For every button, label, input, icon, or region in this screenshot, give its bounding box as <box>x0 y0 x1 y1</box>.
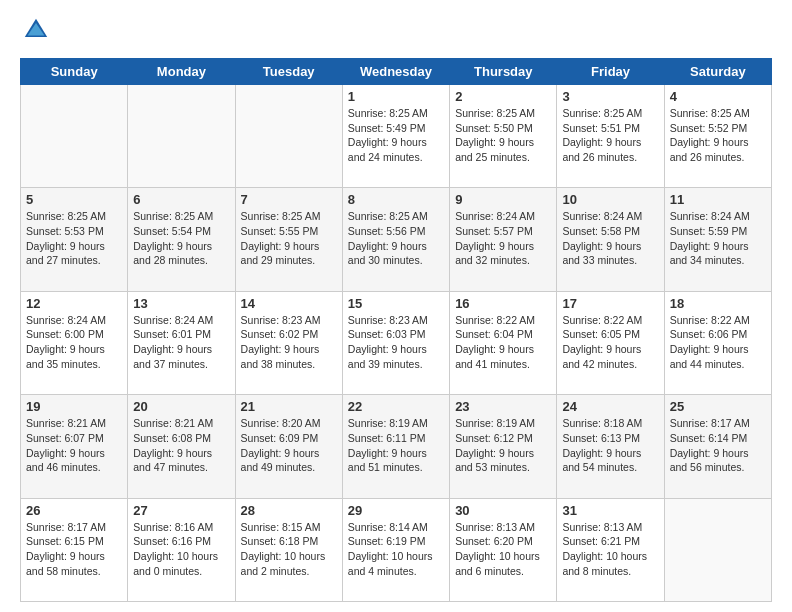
calendar-cell: 12Sunrise: 8:24 AMSunset: 6:00 PMDayligh… <box>21 291 128 394</box>
day-info: Sunrise: 8:24 AMSunset: 5:59 PMDaylight:… <box>670 209 766 268</box>
day-number: 30 <box>455 503 551 518</box>
calendar-cell: 17Sunrise: 8:22 AMSunset: 6:05 PMDayligh… <box>557 291 664 394</box>
day-info: Sunrise: 8:23 AMSunset: 6:02 PMDaylight:… <box>241 313 337 372</box>
calendar-cell <box>128 85 235 188</box>
day-info: Sunrise: 8:20 AMSunset: 6:09 PMDaylight:… <box>241 416 337 475</box>
calendar-cell: 19Sunrise: 8:21 AMSunset: 6:07 PMDayligh… <box>21 395 128 498</box>
day-number: 16 <box>455 296 551 311</box>
day-info: Sunrise: 8:24 AMSunset: 5:58 PMDaylight:… <box>562 209 658 268</box>
day-number: 21 <box>241 399 337 414</box>
calendar-cell: 8Sunrise: 8:25 AMSunset: 5:56 PMDaylight… <box>342 188 449 291</box>
week-row-2: 5Sunrise: 8:25 AMSunset: 5:53 PMDaylight… <box>21 188 772 291</box>
weekday-header-tuesday: Tuesday <box>235 59 342 85</box>
day-info: Sunrise: 8:17 AMSunset: 6:14 PMDaylight:… <box>670 416 766 475</box>
calendar-cell: 30Sunrise: 8:13 AMSunset: 6:20 PMDayligh… <box>450 498 557 601</box>
day-number: 2 <box>455 89 551 104</box>
logo-icon <box>22 16 50 44</box>
day-info: Sunrise: 8:25 AMSunset: 5:55 PMDaylight:… <box>241 209 337 268</box>
day-info: Sunrise: 8:25 AMSunset: 5:49 PMDaylight:… <box>348 106 444 165</box>
day-info: Sunrise: 8:25 AMSunset: 5:56 PMDaylight:… <box>348 209 444 268</box>
day-number: 1 <box>348 89 444 104</box>
day-number: 19 <box>26 399 122 414</box>
calendar-cell: 7Sunrise: 8:25 AMSunset: 5:55 PMDaylight… <box>235 188 342 291</box>
day-number: 29 <box>348 503 444 518</box>
calendar-cell: 16Sunrise: 8:22 AMSunset: 6:04 PMDayligh… <box>450 291 557 394</box>
weekday-header-thursday: Thursday <box>450 59 557 85</box>
day-info: Sunrise: 8:14 AMSunset: 6:19 PMDaylight:… <box>348 520 444 579</box>
calendar-cell: 23Sunrise: 8:19 AMSunset: 6:12 PMDayligh… <box>450 395 557 498</box>
day-number: 7 <box>241 192 337 207</box>
calendar-cell: 11Sunrise: 8:24 AMSunset: 5:59 PMDayligh… <box>664 188 771 291</box>
week-row-3: 12Sunrise: 8:24 AMSunset: 6:00 PMDayligh… <box>21 291 772 394</box>
day-number: 5 <box>26 192 122 207</box>
day-number: 11 <box>670 192 766 207</box>
day-number: 25 <box>670 399 766 414</box>
day-info: Sunrise: 8:25 AMSunset: 5:51 PMDaylight:… <box>562 106 658 165</box>
weekday-header-saturday: Saturday <box>664 59 771 85</box>
calendar-cell: 31Sunrise: 8:13 AMSunset: 6:21 PMDayligh… <box>557 498 664 601</box>
day-number: 26 <box>26 503 122 518</box>
day-info: Sunrise: 8:19 AMSunset: 6:11 PMDaylight:… <box>348 416 444 475</box>
calendar-cell: 28Sunrise: 8:15 AMSunset: 6:18 PMDayligh… <box>235 498 342 601</box>
calendar-cell: 29Sunrise: 8:14 AMSunset: 6:19 PMDayligh… <box>342 498 449 601</box>
calendar-cell: 24Sunrise: 8:18 AMSunset: 6:13 PMDayligh… <box>557 395 664 498</box>
calendar-cell: 14Sunrise: 8:23 AMSunset: 6:02 PMDayligh… <box>235 291 342 394</box>
day-info: Sunrise: 8:24 AMSunset: 6:00 PMDaylight:… <box>26 313 122 372</box>
day-number: 27 <box>133 503 229 518</box>
calendar-cell: 2Sunrise: 8:25 AMSunset: 5:50 PMDaylight… <box>450 85 557 188</box>
day-info: Sunrise: 8:18 AMSunset: 6:13 PMDaylight:… <box>562 416 658 475</box>
logo <box>20 16 54 48</box>
day-number: 24 <box>562 399 658 414</box>
day-number: 10 <box>562 192 658 207</box>
day-info: Sunrise: 8:22 AMSunset: 6:05 PMDaylight:… <box>562 313 658 372</box>
weekday-header-row: SundayMondayTuesdayWednesdayThursdayFrid… <box>21 59 772 85</box>
calendar-cell: 5Sunrise: 8:25 AMSunset: 5:53 PMDaylight… <box>21 188 128 291</box>
day-info: Sunrise: 8:25 AMSunset: 5:54 PMDaylight:… <box>133 209 229 268</box>
week-row-5: 26Sunrise: 8:17 AMSunset: 6:15 PMDayligh… <box>21 498 772 601</box>
day-number: 8 <box>348 192 444 207</box>
day-number: 31 <box>562 503 658 518</box>
day-info: Sunrise: 8:21 AMSunset: 6:08 PMDaylight:… <box>133 416 229 475</box>
day-number: 28 <box>241 503 337 518</box>
day-number: 14 <box>241 296 337 311</box>
calendar-cell: 22Sunrise: 8:19 AMSunset: 6:11 PMDayligh… <box>342 395 449 498</box>
day-info: Sunrise: 8:15 AMSunset: 6:18 PMDaylight:… <box>241 520 337 579</box>
calendar-cell: 25Sunrise: 8:17 AMSunset: 6:14 PMDayligh… <box>664 395 771 498</box>
weekday-header-wednesday: Wednesday <box>342 59 449 85</box>
day-info: Sunrise: 8:23 AMSunset: 6:03 PMDaylight:… <box>348 313 444 372</box>
day-info: Sunrise: 8:24 AMSunset: 6:01 PMDaylight:… <box>133 313 229 372</box>
day-number: 23 <box>455 399 551 414</box>
calendar-cell: 9Sunrise: 8:24 AMSunset: 5:57 PMDaylight… <box>450 188 557 291</box>
page: SundayMondayTuesdayWednesdayThursdayFrid… <box>0 0 792 612</box>
weekday-header-monday: Monday <box>128 59 235 85</box>
day-number: 17 <box>562 296 658 311</box>
weekday-header-friday: Friday <box>557 59 664 85</box>
day-number: 13 <box>133 296 229 311</box>
day-number: 3 <box>562 89 658 104</box>
day-number: 18 <box>670 296 766 311</box>
day-info: Sunrise: 8:16 AMSunset: 6:16 PMDaylight:… <box>133 520 229 579</box>
calendar-cell: 3Sunrise: 8:25 AMSunset: 5:51 PMDaylight… <box>557 85 664 188</box>
weekday-header-sunday: Sunday <box>21 59 128 85</box>
day-info: Sunrise: 8:25 AMSunset: 5:53 PMDaylight:… <box>26 209 122 268</box>
calendar-cell: 13Sunrise: 8:24 AMSunset: 6:01 PMDayligh… <box>128 291 235 394</box>
calendar-cell: 27Sunrise: 8:16 AMSunset: 6:16 PMDayligh… <box>128 498 235 601</box>
calendar-cell: 6Sunrise: 8:25 AMSunset: 5:54 PMDaylight… <box>128 188 235 291</box>
calendar-cell: 26Sunrise: 8:17 AMSunset: 6:15 PMDayligh… <box>21 498 128 601</box>
calendar-cell: 15Sunrise: 8:23 AMSunset: 6:03 PMDayligh… <box>342 291 449 394</box>
day-number: 22 <box>348 399 444 414</box>
calendar-cell <box>21 85 128 188</box>
week-row-1: 1Sunrise: 8:25 AMSunset: 5:49 PMDaylight… <box>21 85 772 188</box>
day-number: 6 <box>133 192 229 207</box>
day-info: Sunrise: 8:22 AMSunset: 6:04 PMDaylight:… <box>455 313 551 372</box>
day-number: 9 <box>455 192 551 207</box>
header <box>20 16 772 48</box>
day-info: Sunrise: 8:19 AMSunset: 6:12 PMDaylight:… <box>455 416 551 475</box>
calendar: SundayMondayTuesdayWednesdayThursdayFrid… <box>20 58 772 602</box>
day-number: 12 <box>26 296 122 311</box>
day-info: Sunrise: 8:25 AMSunset: 5:52 PMDaylight:… <box>670 106 766 165</box>
day-info: Sunrise: 8:21 AMSunset: 6:07 PMDaylight:… <box>26 416 122 475</box>
day-number: 4 <box>670 89 766 104</box>
calendar-cell <box>235 85 342 188</box>
day-info: Sunrise: 8:24 AMSunset: 5:57 PMDaylight:… <box>455 209 551 268</box>
